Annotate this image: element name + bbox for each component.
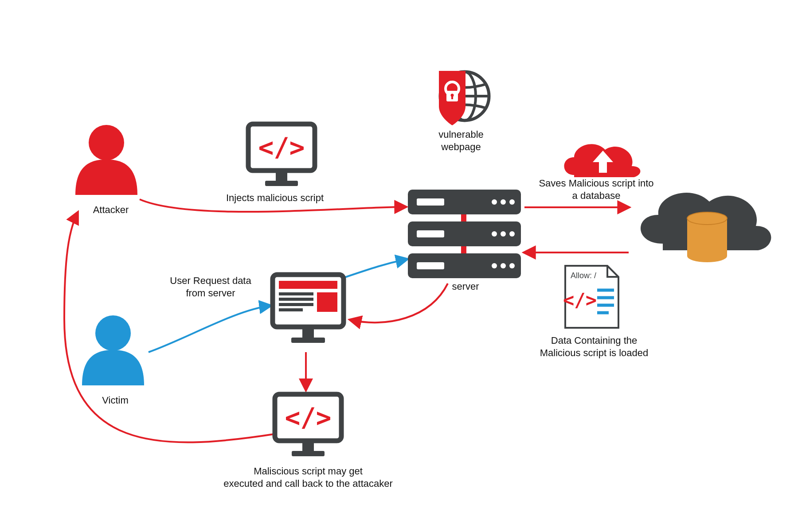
svg-rect-49 [292,451,325,456]
svg-rect-40 [291,338,325,343]
svg-rect-12 [451,95,453,99]
victim-label: Victim [89,394,142,407]
vuln-webpage-label: vulnerable webpage [417,128,505,153]
victim-icon [82,315,144,385]
svg-rect-15 [417,198,444,206]
svg-rect-25 [417,262,444,269]
diagram-svg: </> [0,0,798,532]
svg-text:</>: </> [285,403,332,433]
diagram-stage: </> [0,0,798,532]
svg-point-21 [492,231,497,237]
server-icon [408,190,521,278]
svg-point-18 [509,199,515,205]
edge-exec-to-attacker [64,213,274,443]
svg-rect-44 [279,303,313,306]
svg-rect-3 [276,172,287,182]
inject-label: Injects malicious script [204,192,346,204]
attacker-label: Attacker [84,204,137,216]
edge-browser-to-server [344,259,407,278]
code-monitor-icon: </> [248,124,315,186]
upload-cloud-icon [564,144,641,177]
svg-rect-45 [279,308,303,311]
browser-monitor-icon [273,275,344,343]
svg-point-17 [501,199,506,205]
exec-callback-label: Maliscious script may get executed and c… [208,465,408,489]
svg-point-23 [509,231,515,237]
allow-text: Allow: / [571,271,596,280]
edge-server-to-browser [350,283,448,322]
save-db-label: Saves Malicious script into a database [530,177,663,202]
server-label: server [443,280,488,293]
svg-point-28 [509,263,515,268]
svg-rect-42 [279,292,313,295]
svg-rect-4 [265,181,298,186]
svg-point-27 [501,263,506,268]
edge-victim-to-browser [149,306,270,352]
svg-rect-39 [302,329,314,338]
script-document-icon: Allow: / </> [563,266,618,328]
cloud-database-icon [641,193,771,262]
attacker-icon [75,125,137,195]
svg-point-0 [89,125,124,160]
svg-text:</>: </> [258,132,305,163]
user-request-label: User Request data from server [153,275,268,299]
svg-rect-46 [317,292,337,312]
shield-globe-icon [439,71,489,125]
svg-rect-43 [279,298,313,301]
svg-rect-41 [279,281,337,289]
svg-point-26 [492,263,497,268]
svg-rect-20 [417,230,444,237]
svg-text:</>: </> [563,289,597,311]
exec-monitor-icon: </> [275,394,341,456]
svg-point-16 [492,199,497,205]
svg-point-31 [687,250,727,262]
svg-point-22 [501,231,506,237]
svg-rect-48 [302,442,314,452]
load-script-label: Data Containing the Malicious script is … [536,334,652,359]
svg-point-1 [95,315,131,351]
